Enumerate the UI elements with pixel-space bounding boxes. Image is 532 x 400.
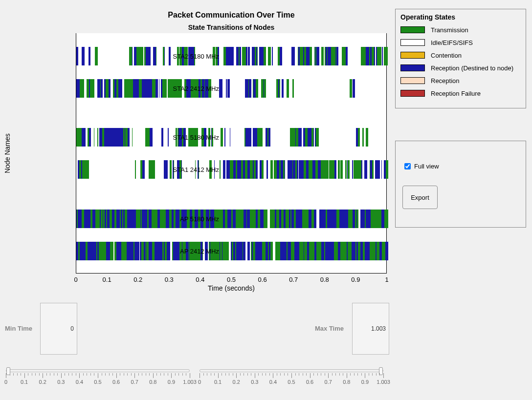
legend-swatch (400, 52, 425, 59)
legend-item-label: Contention (431, 52, 462, 59)
x-tick-label: 0 (66, 276, 86, 283)
legend-swatch (400, 77, 425, 84)
y-tick-label: STA2 2412 MHz (155, 85, 219, 92)
x-tick-label: 1 (377, 276, 397, 283)
max-time-input[interactable]: 1.003 (352, 303, 389, 355)
legend-item: Transmission (400, 24, 521, 36)
x-tick-label: 0.3 (159, 276, 179, 283)
controls-panel: Full view Export (395, 141, 526, 228)
slider-tick-label: 1.003 (377, 379, 390, 385)
timeline-plot[interactable] (76, 33, 387, 274)
slider-ticks: 00.10.20.30.40.50.60.70.80.91.003 (6, 373, 190, 388)
timeline-row (76, 242, 386, 260)
slider-tick-label: 0.1 (214, 379, 222, 385)
slider-tick-label: 0.9 (361, 379, 369, 385)
x-tick-label: 0.6 (253, 276, 272, 283)
slider-ticks: 00.10.20.30.40.50.60.70.80.91.003 (200, 373, 383, 388)
min-time-slider[interactable] (6, 369, 190, 372)
slider-tick-label: 0.6 (306, 379, 313, 385)
x-tick-label: 0.5 (222, 276, 241, 283)
full-view-checkbox[interactable]: Full view (402, 162, 519, 171)
legend-title: Operating States (400, 13, 521, 21)
legend-item: Reception (400, 75, 521, 86)
timeline-row (76, 47, 386, 65)
max-time-slider[interactable] (200, 369, 383, 372)
slider-tick-label: 0 (198, 379, 201, 385)
legend-item-label: Reception (431, 77, 460, 84)
x-tick-label: 0.9 (346, 276, 365, 283)
x-tick-label: 0.8 (315, 276, 334, 283)
full-view-label: Full view (414, 163, 439, 170)
min-time-label: Min Time (5, 325, 32, 332)
legend-swatch (400, 64, 425, 71)
y-tick-label: AP 5180 MHz (155, 215, 219, 223)
x-tick-label: 0.4 (190, 276, 210, 283)
y-axis-label: Node Names (3, 33, 12, 274)
x-tick-label: 0.2 (128, 276, 148, 283)
min-time-input[interactable]: 0 (40, 303, 77, 355)
y-tick-label: STA1 2412 MHz (155, 166, 219, 173)
legend-item-label: Reception Failure (431, 90, 481, 97)
slider-tick-label: 0.5 (288, 379, 295, 385)
legend-swatch (400, 39, 425, 46)
legend-item: Reception Failure (400, 87, 521, 99)
full-view-input[interactable] (404, 163, 411, 169)
x-tick-label: 0.1 (97, 276, 117, 283)
timeline-row (76, 160, 386, 179)
legend-swatch (400, 26, 425, 33)
timeline-row (76, 210, 386, 228)
slider-tick-label: 0 (4, 379, 7, 385)
y-tick-label: AP 2412 MHz (155, 248, 219, 255)
chart-title: Packet Communication Over Time (76, 11, 387, 20)
y-tick-label: STA1 5180 MHz (155, 134, 219, 141)
slider-tick-label: 0.7 (325, 379, 332, 385)
slider-tick-label: 0.6 (112, 379, 120, 385)
slider-tick-label: 0.2 (39, 379, 46, 385)
slider-tick-label: 0.4 (269, 379, 277, 385)
export-button[interactable]: Export (402, 186, 438, 209)
legend-item: Contention (400, 49, 521, 61)
slider-tick-label: 1.003 (183, 379, 197, 385)
y-tick-label: STA2 5180 MHz (155, 53, 219, 60)
slider-tick-label: 0.1 (21, 379, 28, 385)
legend-swatch (400, 90, 425, 97)
max-time-label: Max Time (315, 325, 344, 332)
slider-tick-label: 0.9 (168, 379, 175, 385)
slider-tick-label: 0.2 (233, 379, 240, 385)
legend-item-label: Transmission (431, 26, 468, 34)
legend-item: Reception (Destined to node) (400, 62, 521, 74)
slider-tick-label: 0.8 (343, 379, 350, 385)
timeline-row (76, 128, 386, 147)
legend-item-label: Reception (Destined to node) (431, 64, 513, 72)
x-axis-label: Time (seconds) (76, 284, 387, 292)
slider-tick-label: 0.5 (94, 379, 101, 385)
legend-panel: Operating States TransmissionIdle/EIFS/S… (395, 9, 526, 108)
slider-tick-label: 0.7 (131, 379, 138, 385)
slider-tick-label: 0.3 (57, 379, 65, 385)
slider-tick-label: 0.4 (76, 379, 83, 385)
chart-subtitle: State Transitions of Nodes (76, 23, 387, 31)
slider-tick-label: 0.3 (251, 379, 258, 385)
slider-tick-label: 0.8 (149, 379, 156, 385)
legend-item-label: Idle/EIFS/SIFS (431, 39, 473, 46)
timeline-row (76, 79, 386, 98)
x-tick-label: 0.7 (284, 276, 303, 283)
legend-item: Idle/EIFS/SIFS (400, 37, 521, 48)
